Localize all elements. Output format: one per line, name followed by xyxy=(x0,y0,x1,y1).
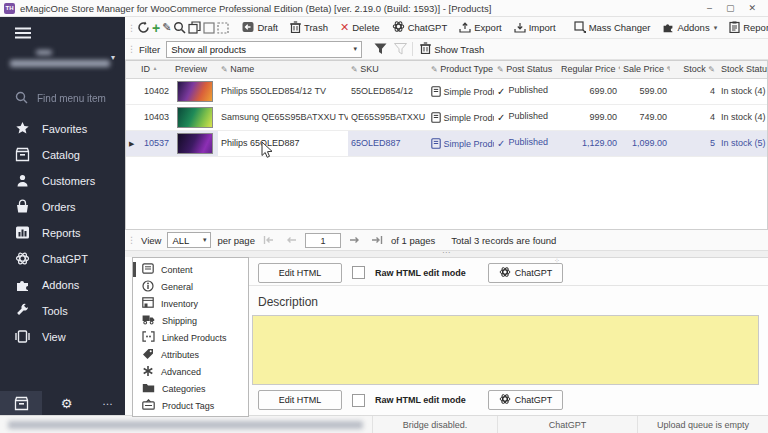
delete-button[interactable]: ✕ Delete xyxy=(335,19,385,37)
select-region-icon[interactable] xyxy=(217,19,229,37)
edit-html-button-top[interactable]: Edit HTML xyxy=(258,263,342,283)
col-sku[interactable]: ✎ SKU xyxy=(348,61,428,78)
cell-preview[interactable] xyxy=(172,130,218,156)
content-editor-area: ⁘ Edit HTML Raw HTML edit mode ChatGPT D… xyxy=(249,257,768,415)
col-post-status[interactable]: ✎ Post Status xyxy=(494,61,558,78)
tab-shipping[interactable]: Shipping xyxy=(133,312,248,329)
col-preview[interactable]: Preview xyxy=(172,61,218,78)
sidebar-item-customers[interactable]: Customers xyxy=(0,168,125,194)
select-checkbox-icon[interactable] xyxy=(203,19,215,37)
sidebar-item-reports[interactable]: Reports xyxy=(0,220,125,246)
window-title: eMagicOne Store Manager for WooCommerce … xyxy=(20,3,491,14)
page-number-input[interactable]: 1 xyxy=(305,233,341,248)
product-row-10537-selected[interactable]: ▶ 10537 Philips 65OLED887 65OLED887 Simp… xyxy=(126,130,767,156)
cell-name[interactable]: Philips 65OLED887 xyxy=(218,130,348,156)
filter-label: Filter xyxy=(139,44,160,55)
total-records-label: Total 3 records are found xyxy=(451,235,556,246)
page-size-combobox[interactable]: ALL ▾ xyxy=(167,232,211,248)
minimize-button[interactable]: – xyxy=(707,3,712,13)
tab-inventory[interactable]: Inventory xyxy=(133,295,248,312)
reports-dropdown-button[interactable]: Reports▾ xyxy=(724,19,768,37)
check-icon: ✓ xyxy=(497,112,505,123)
tab-general[interactable]: General xyxy=(133,278,248,295)
col-sale-price[interactable]: Sale Price ✎ xyxy=(620,61,670,78)
clear-filter-icon[interactable] xyxy=(390,40,410,58)
filterbar-grip[interactable]: ⋮ xyxy=(127,44,135,54)
sidebar-item-view[interactable]: View xyxy=(0,324,125,350)
cell-preview[interactable] xyxy=(172,78,218,104)
mass-changer-button[interactable]: Mass Changer xyxy=(569,19,656,37)
settings-gear-icon[interactable]: ⚙ xyxy=(42,396,91,411)
addons-dropdown-button[interactable]: Addons▾ xyxy=(657,19,722,37)
col-stock-status[interactable]: Stock Status xyxy=(718,61,767,78)
cell-name[interactable]: Philips 55OLED854/12 TV xyxy=(218,78,348,104)
status-chatgpt: ChatGPT xyxy=(497,416,637,433)
tab-linked-products[interactable]: Linked Products xyxy=(133,329,248,346)
col-id[interactable]: ID ▲ xyxy=(138,61,172,78)
toolbar-grip[interactable]: ⋮ xyxy=(127,23,135,33)
apply-filter-icon[interactable] xyxy=(370,40,390,58)
col-product-type[interactable]: ✎ Product Type xyxy=(428,61,494,78)
sidebar-item-addons[interactable]: Addons xyxy=(0,272,125,298)
edit-html-button-bottom[interactable]: Edit HTML xyxy=(258,390,342,410)
status-connection-redacted xyxy=(0,416,372,433)
sidebar-item-tools[interactable]: Tools xyxy=(0,298,125,324)
save-connection-icon[interactable] xyxy=(0,391,42,415)
export-button[interactable]: Export xyxy=(454,19,506,37)
duplicate-icon[interactable] xyxy=(188,19,201,37)
import-down-arrow-icon xyxy=(514,21,526,35)
close-button[interactable]: ✕ xyxy=(748,3,756,13)
prev-page-icon[interactable] xyxy=(283,235,299,245)
raw-html-checkbox-top[interactable] xyxy=(352,266,365,279)
cell-preview[interactable] xyxy=(172,104,218,130)
draft-button[interactable]: Draft xyxy=(237,19,283,37)
chatgpt-button-bottom[interactable]: ChatGPT xyxy=(488,390,564,410)
filter-combobox[interactable]: Show all products ▾ xyxy=(166,41,362,58)
show-trash-button[interactable]: Show Trash xyxy=(415,40,489,58)
description-editor-textarea[interactable] xyxy=(252,315,759,385)
product-row-10403[interactable]: 10403 Samsung QE65S95BATXXU TV QE65S95BA… xyxy=(126,104,767,130)
col-name[interactable]: ✎ Name xyxy=(218,61,348,78)
cell-name[interactable]: Samsung QE65S95BATXXU TV xyxy=(218,104,348,130)
editor-splitter-dots[interactable]: ⁘ xyxy=(554,257,561,265)
status-bar: Bridge disabled. ChatGPT Upload queue is… xyxy=(0,415,768,433)
refresh-icon[interactable] xyxy=(137,19,150,37)
tab-categories[interactable]: Categories xyxy=(133,380,248,397)
cell-regular-price: 699.00 xyxy=(558,78,620,104)
store-account[interactable]: ▾ xyxy=(10,47,115,81)
raw-html-label-top: Raw HTML edit mode xyxy=(375,268,466,278)
pager-grip[interactable]: ⋮ xyxy=(127,235,135,245)
tab-product-tags[interactable]: Product Tags xyxy=(133,397,248,414)
sidebar-item-catalog[interactable]: Catalog xyxy=(0,142,125,168)
detail-tab-list: Content General Inventory Shipping Linke… xyxy=(132,257,249,417)
maximize-button[interactable]: ▢ xyxy=(726,3,735,13)
raw-html-label-bottom: Raw HTML edit mode xyxy=(375,395,466,405)
menu-search[interactable]: Find menu item xyxy=(0,85,125,116)
search-products-icon[interactable] xyxy=(173,19,186,37)
pencil-icon: ✎ xyxy=(616,65,620,74)
next-page-icon[interactable] xyxy=(347,235,363,245)
add-product-icon[interactable]: + xyxy=(152,19,160,37)
raw-html-checkbox-bottom[interactable] xyxy=(352,394,365,407)
trash-button[interactable]: Trash xyxy=(285,19,333,37)
edit-product-icon[interactable]: ✎ xyxy=(162,19,171,37)
more-ellipsis-icon[interactable]: … xyxy=(91,395,125,411)
hamburger-menu-icon[interactable] xyxy=(0,17,125,45)
sidebar-item-orders[interactable]: Orders xyxy=(0,194,125,220)
tab-attributes[interactable]: Attributes xyxy=(133,346,248,363)
col-stock[interactable]: Stock ✎ xyxy=(670,61,718,78)
first-page-icon[interactable] xyxy=(261,235,277,245)
sidebar-item-favorites[interactable]: Favorites xyxy=(0,116,125,142)
openai-logo-icon xyxy=(392,20,405,35)
chatgpt-toolbar-button[interactable]: ChatGPT xyxy=(387,19,453,37)
last-page-icon[interactable] xyxy=(369,235,385,245)
chatgpt-button-top[interactable]: ChatGPT xyxy=(488,263,564,283)
tab-content[interactable]: Content xyxy=(133,261,248,278)
col-regular-price[interactable]: Regular Price ✎ xyxy=(558,61,620,78)
sidebar-item-chatgpt[interactable]: ChatGPT xyxy=(0,246,125,272)
tab-advanced[interactable]: Advanced xyxy=(133,363,248,380)
sort-icon: ▲ xyxy=(153,65,158,71)
product-row-10402[interactable]: 10402 Philips 55OLED854/12 TV 55OLED854/… xyxy=(126,78,767,104)
import-button[interactable]: Import xyxy=(509,19,561,37)
delete-x-icon: ✕ xyxy=(340,21,349,34)
